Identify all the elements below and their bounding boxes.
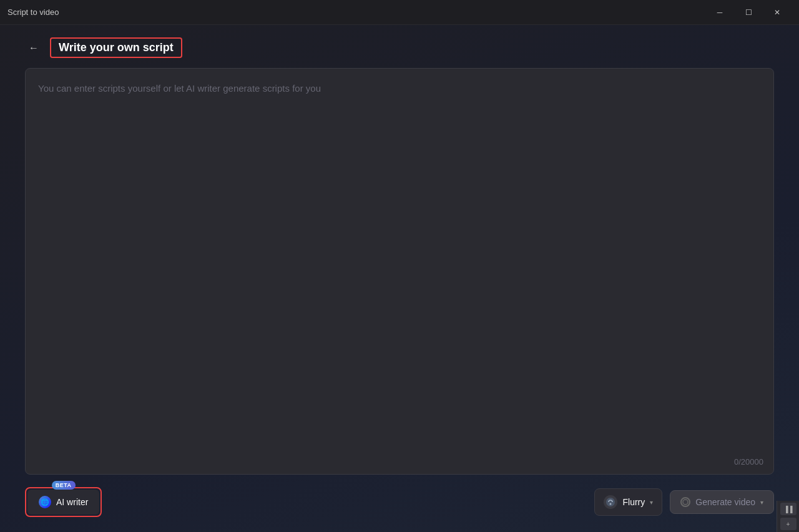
generate-label: Generate video xyxy=(695,497,755,507)
ai-writer-button[interactable]: 🌐 AI writer xyxy=(27,490,99,515)
window-title: Script to video xyxy=(7,7,59,17)
char-count: 0/20000 xyxy=(734,457,763,467)
script-container: 0/20000 xyxy=(25,68,774,475)
corner-btn-add[interactable]: + xyxy=(780,518,797,530)
ai-writer-wrapper: BETA 🌐 AI writer xyxy=(25,487,102,517)
ai-writer-label: AI writer xyxy=(56,497,88,507)
bottom-right-controls: Flurry ▾ Generate video ▾ xyxy=(594,488,774,516)
flurry-chevron: ▾ xyxy=(650,499,653,506)
close-button[interactable]: ✕ xyxy=(763,0,792,25)
title-bar: Script to video ─ ☐ ✕ xyxy=(0,0,799,25)
script-textarea[interactable] xyxy=(26,69,773,474)
flurry-label: Flurry xyxy=(622,497,645,507)
bottom-bar: BETA 🌐 AI writer Flurry ▾ xyxy=(25,485,774,520)
svg-point-1 xyxy=(610,503,612,505)
corner-area: ▐▐ + xyxy=(777,501,799,532)
flurry-icon xyxy=(604,495,617,509)
generate-icon xyxy=(680,497,690,507)
page-title-box: Write your own script xyxy=(50,37,182,58)
title-bar-controls: ─ ☐ ✕ xyxy=(705,0,792,25)
beta-badge: BETA xyxy=(52,481,76,490)
page-title: Write your own script xyxy=(59,41,174,54)
back-button[interactable]: ← xyxy=(25,39,42,57)
maximize-button[interactable]: ☐ xyxy=(734,0,763,25)
corner-btn-pause[interactable]: ▐▐ xyxy=(780,503,797,515)
svg-point-2 xyxy=(683,500,688,505)
flurry-button[interactable]: Flurry ▾ xyxy=(594,488,662,516)
main-area: ← Write your own script 0/20000 BETA 🌐 A… xyxy=(0,25,799,532)
svg-point-0 xyxy=(606,498,615,506)
minimize-button[interactable]: ─ xyxy=(705,0,734,25)
generate-chevron: ▾ xyxy=(760,499,763,506)
header-row: ← Write your own script xyxy=(25,37,774,58)
title-bar-left: Script to video xyxy=(7,7,59,17)
generate-video-button[interactable]: Generate video ▾ xyxy=(670,490,774,514)
ai-writer-icon: 🌐 xyxy=(39,496,51,508)
